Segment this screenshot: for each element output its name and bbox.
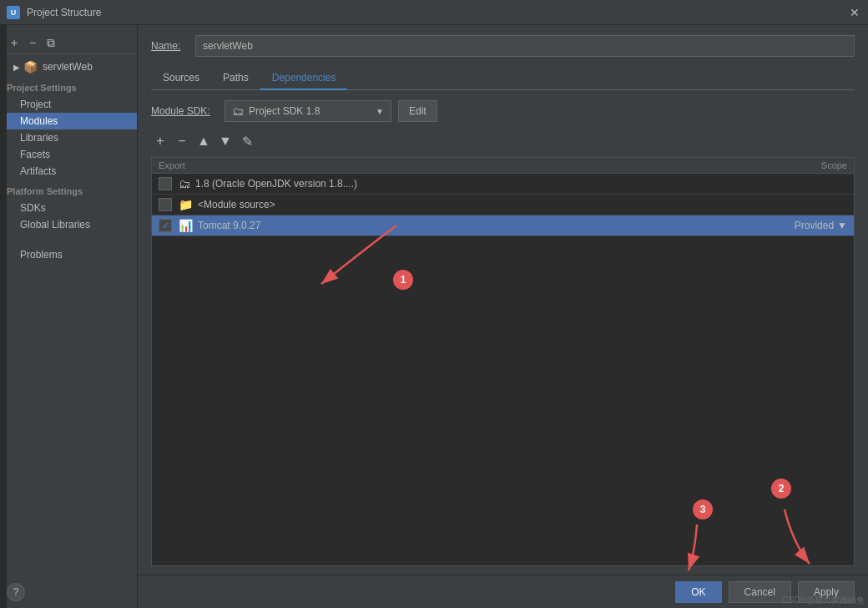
dep-label-module: <Module source> — [198, 199, 764, 210]
dependencies-toolbar: + − ▲ ▼ ✎ — [151, 132, 855, 150]
title-bar: U Project Structure ✕ — [0, 0, 868, 25]
tab-sources[interactable]: Sources — [151, 67, 211, 90]
sidebar-item-libraries[interactable]: Libraries — [0, 129, 137, 146]
tomcat-icon: 📊 — [179, 219, 193, 232]
dep-down-button[interactable]: ▼ — [216, 132, 235, 150]
header-export: Export — [159, 160, 764, 170]
table-row[interactable]: ✓ 📊 Tomcat 9.0.27 Provided ▼ — [152, 215, 854, 236]
dep-label-tomcat: Tomcat 9.0.27 — [198, 220, 764, 231]
help-button[interactable]: ? — [7, 583, 25, 601]
table-header: Export Scope — [152, 158, 854, 174]
sdk-dropdown-arrow: ▼ — [376, 107, 384, 116]
tab-dependencies[interactable]: Dependencies — [260, 67, 348, 90]
sidebar-item-sdks[interactable]: SDKs — [0, 200, 137, 216]
sdk-row: Module SDK: 🗂 Project SDK 1.8 ▼ Edit — [151, 100, 855, 122]
remove-module-button[interactable]: − — [25, 35, 40, 50]
name-label: Name: — [151, 40, 189, 52]
project-settings-header: Project Settings — [0, 76, 137, 96]
name-row: Name: — [151, 35, 855, 57]
sdk-edit-button[interactable]: Edit — [398, 100, 437, 122]
window-title: Project Structure — [27, 7, 848, 18]
dep-edit-button[interactable]: ✎ — [238, 132, 256, 150]
sidebar-toolbar: + − ⧉ — [0, 32, 137, 54]
sidebar-item-problems[interactable]: Problems — [0, 246, 137, 263]
close-button[interactable]: ✕ — [848, 6, 861, 19]
project-tree-item-servletweb[interactable]: ▶ 📦 servletWeb — [0, 58, 137, 76]
chevron-icon: ▶ — [13, 63, 20, 72]
sidebar: + − ⧉ ▶ 📦 servletWeb Project Settings Pr… — [0, 25, 138, 608]
tab-paths[interactable]: Paths — [211, 67, 260, 90]
dep-remove-button[interactable]: − — [173, 132, 191, 150]
jdk-icon: 🗂 — [179, 177, 190, 190]
dep-add-button[interactable]: + — [151, 132, 169, 150]
header-scope: Scope — [764, 160, 847, 170]
copy-module-button[interactable]: ⧉ — [43, 35, 58, 50]
ok-button[interactable]: OK — [675, 581, 721, 603]
sdk-label: Module SDK: — [151, 105, 218, 117]
dep-scope-tomcat[interactable]: Provided ▼ — [764, 220, 847, 231]
content-area: Name: Sources Paths Dependencies Module … — [138, 25, 868, 608]
app-icon: U — [7, 6, 20, 19]
platform-settings-header: Platform Settings — [0, 180, 137, 200]
table-row[interactable]: 📁 <Module source> — [152, 195, 854, 215]
scope-dropdown-arrow: ▼ — [837, 220, 847, 231]
name-input[interactable] — [195, 35, 855, 57]
table-row[interactable]: 🗂 1.8 (Oracle OpenJDK version 1.8....) — [152, 174, 854, 195]
sidebar-item-facets[interactable]: Facets — [0, 146, 137, 163]
sdk-select[interactable]: 🗂 Project SDK 1.8 ▼ — [225, 100, 391, 122]
tabs-row: Sources Paths Dependencies — [151, 67, 855, 90]
bottom-bar: OK Cancel Apply — [138, 575, 868, 608]
project-tree-label: servletWeb — [43, 61, 93, 73]
sdk-icon: 🗂 — [232, 104, 244, 118]
module-icon: 📦 — [23, 60, 38, 73]
sidebar-item-modules[interactable]: Modules — [0, 113, 137, 129]
dep-checkbox-jdk[interactable] — [159, 177, 172, 190]
sidebar-item-artifacts[interactable]: Artifacts — [0, 163, 137, 180]
sidebar-item-global-libraries[interactable]: Global Libraries — [0, 216, 137, 233]
module-source-icon: 📁 — [179, 198, 193, 211]
dep-up-button[interactable]: ▲ — [194, 132, 213, 150]
dep-checkbox-tomcat[interactable]: ✓ — [159, 219, 172, 232]
dep-checkbox-module[interactable] — [159, 198, 172, 211]
watermark: CSDN@努力奔跑的鱼 — [783, 595, 865, 606]
sidebar-item-project[interactable]: Project — [0, 96, 137, 113]
dependencies-table: Export Scope 🗂 1.8 (Oracle OpenJDK versi… — [151, 157, 855, 566]
sdk-value: Project SDK 1.8 — [249, 105, 320, 117]
add-module-button[interactable]: + — [7, 35, 22, 50]
dep-label-jdk: 1.8 (Oracle OpenJDK version 1.8....) — [195, 178, 764, 190]
